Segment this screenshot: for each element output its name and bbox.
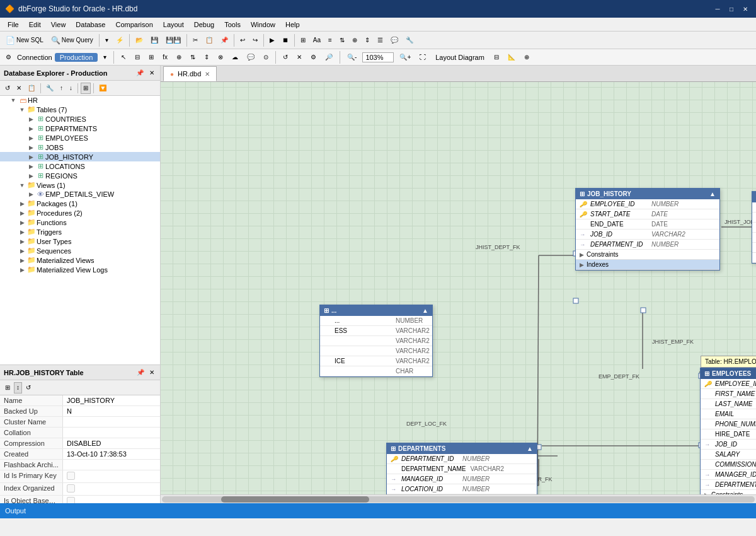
conn-misc5[interactable]: ☁ bbox=[229, 50, 241, 64]
tree-node-departments[interactable]: ▶ ⊞ DEPARTMENTS bbox=[0, 124, 160, 133]
field-location-id[interactable]: → LOCATION_ID NUMBER bbox=[387, 484, 537, 494]
menu-help[interactable]: Help bbox=[280, 20, 305, 30]
field-job-id[interactable]: 🔑 JOB_ID VARCHAR2 bbox=[752, 202, 756, 213]
field-row[interactable]: CHAR bbox=[320, 366, 432, 376]
conn-misc7[interactable]: 🔎 bbox=[322, 50, 336, 64]
tb-dropdown-1[interactable]: ▾ bbox=[102, 33, 112, 47]
field-phone-number[interactable]: PHONE_NUMBER VARCHAR2 bbox=[701, 419, 756, 429]
tree-node-jobs[interactable]: ▶ ⊞ JOBS bbox=[0, 143, 160, 152]
table-jobs[interactable]: ⊞ JOBS ▲ 🔑 JOB_ID VARCHAR2 JOB_TITLE VAR… bbox=[752, 191, 756, 264]
tree-node-mat-views[interactable]: ▶ 📁 Materialized Views bbox=[0, 255, 160, 265]
tree-node-tables[interactable]: ▼ 📁 Tables (7) bbox=[0, 105, 160, 114]
field-salary[interactable]: SALARY NUMBER bbox=[701, 450, 756, 460]
conn-dropdown[interactable]: ▾ bbox=[100, 50, 110, 64]
tree-node-user-types[interactable]: ▶ 📁 User Types bbox=[0, 236, 160, 246]
tree-node-triggers[interactable]: ▶ 📁 Triggers bbox=[0, 227, 160, 236]
departments-scroll[interactable]: ▲ bbox=[527, 445, 533, 452]
zoom-out-btn[interactable]: 🔍- bbox=[344, 50, 360, 64]
tb-misc2[interactable]: ⇅ bbox=[336, 33, 348, 47]
tab-close-btn[interactable]: ✕ bbox=[205, 71, 210, 78]
sort-desc-btn[interactable]: ↓ bbox=[67, 83, 75, 94]
scrollbar-thumb[interactable] bbox=[221, 496, 369, 503]
table-partial-header[interactable]: ⊞ ... ▲ bbox=[320, 305, 432, 316]
table-partial-scroll[interactable]: ▲ bbox=[422, 307, 428, 314]
props-row-created[interactable]: Created 13-Oct-10 17:38:53 bbox=[0, 449, 160, 460]
formula-btn[interactable]: fx bbox=[159, 50, 171, 64]
conn-x-btn[interactable]: ✕ bbox=[294, 50, 305, 64]
menu-window[interactable]: Window bbox=[246, 20, 280, 30]
field-emp-id[interactable]: 🔑 EMPLOYEE_ID BER bbox=[701, 379, 756, 389]
connection-name-badge[interactable]: Production bbox=[55, 53, 98, 62]
tree-node-job-history[interactable]: ▶ ⊞ JOB_HISTORY bbox=[0, 152, 160, 161]
zoom-input[interactable] bbox=[362, 52, 394, 62]
tb-icon-1[interactable]: ⚡ bbox=[113, 33, 127, 47]
tb-save-all-btn[interactable]: 💾💾 bbox=[163, 33, 184, 47]
tb-paste[interactable]: 📌 bbox=[217, 33, 231, 47]
grid-view-btn[interactable]: ⊟ bbox=[132, 50, 143, 64]
props-row-backed-up[interactable]: Backed Up N bbox=[0, 406, 160, 417]
copy-tree-btn[interactable]: 📋 bbox=[25, 83, 38, 94]
close-button[interactable]: ✕ bbox=[740, 3, 751, 15]
props-row-compression[interactable]: Compression DISABLED bbox=[0, 438, 160, 449]
conn-tool1[interactable]: ⊙ bbox=[260, 50, 272, 64]
props-row-object-based[interactable]: Is Object Based ... bbox=[0, 496, 160, 503]
tb-misc5[interactable]: ☰ bbox=[374, 33, 386, 47]
layout-btn2[interactable]: 📐 bbox=[505, 50, 518, 64]
tb-misc3[interactable]: ⊕ bbox=[349, 33, 360, 47]
field-end-date[interactable]: END_DATE DATE bbox=[576, 219, 719, 230]
employees-header[interactable]: ⊞ EMPLOYEES ▲ bbox=[701, 368, 756, 379]
tree-node-hr[interactable]: ▼ 🗃 HR bbox=[0, 96, 160, 105]
props-refresh-btn[interactable]: ↺ bbox=[23, 382, 33, 393]
field-hire-date[interactable]: HIRE_DATE DATE bbox=[701, 429, 756, 440]
field-row[interactable]: VARCHAR2 bbox=[320, 336, 432, 346]
tree-node-packages[interactable]: ▶ 📁 Packages (1) bbox=[0, 199, 160, 208]
minimize-button[interactable]: ─ bbox=[712, 3, 723, 15]
new-query-button[interactable]: 🔍 New Query bbox=[48, 33, 96, 47]
departments-header[interactable]: ⊞ DEPARTMENTS ▲ bbox=[387, 443, 537, 454]
field-first-name[interactable]: FIRST_NAME VARCHAR2 bbox=[701, 389, 756, 399]
job-history-header[interactable]: ⊞ JOB_HISTORY ▲ bbox=[576, 189, 719, 199]
field-department-id-emp[interactable]: → DEPARTMENT_ID NUMBER bbox=[701, 480, 756, 490]
table-employees[interactable]: ⊞ EMPLOYEES ▲ Table: HR.EMPLOYEES 🔑 EMPL… bbox=[700, 368, 756, 503]
tb-undo[interactable]: ↩ bbox=[237, 33, 248, 47]
props-pin-btn[interactable]: 📌 bbox=[135, 367, 146, 378]
field-job-title[interactable]: JOB_TITLE VARCHAR2 bbox=[752, 213, 756, 223]
tb-misc6[interactable]: 💬 bbox=[387, 33, 401, 47]
menu-tools[interactable]: Tools bbox=[219, 20, 246, 30]
conn-misc2[interactable]: ⇅ bbox=[187, 50, 198, 64]
table-job-history[interactable]: ⊞ JOB_HISTORY ▲ 🔑 EMPLOYEE_ID NUMBER 🔑 S… bbox=[575, 188, 720, 271]
tree-node-procedures[interactable]: ▶ 📁 Procedures (2) bbox=[0, 208, 160, 218]
field-last-name[interactable]: LAST_NAME VARCHAR2 bbox=[701, 399, 756, 409]
props-row-name[interactable]: Name JOB_HISTORY bbox=[0, 395, 160, 406]
conn-misc4[interactable]: ⊗ bbox=[215, 50, 226, 64]
menu-layout[interactable]: Layout bbox=[158, 20, 189, 30]
tree-filter-btn[interactable]: 🔽 bbox=[96, 83, 109, 94]
props-row-index-organized[interactable]: Index Organized bbox=[0, 483, 160, 496]
tb-open-btn[interactable]: 📂 bbox=[132, 33, 146, 47]
props-close-btn[interactable]: ✕ bbox=[147, 367, 156, 378]
field-min-salary[interactable]: MIN_SALARY NUMBER bbox=[752, 223, 756, 233]
tree-node-employees[interactable]: ▶ ⊞ EMPLOYEES bbox=[0, 133, 160, 143]
tree-node-functions[interactable]: ▶ 📁 Functions bbox=[0, 218, 160, 227]
tb-redo[interactable]: ↪ bbox=[249, 33, 261, 47]
props-row-collation[interactable]: Collation bbox=[0, 428, 160, 438]
explorer-pin-btn[interactable]: 📌 bbox=[134, 67, 146, 79]
new-sql-button[interactable]: 📄 New SQL bbox=[3, 33, 47, 47]
layout-btn3[interactable]: ⊕ bbox=[521, 50, 532, 64]
props-sort-btn[interactable]: ↕ bbox=[14, 382, 22, 393]
menu-file[interactable]: File bbox=[3, 20, 24, 30]
table-view-btn[interactable]: ⊞ bbox=[146, 50, 157, 64]
explorer-close-btn[interactable]: ✕ bbox=[147, 67, 156, 79]
tb-misc1[interactable]: ≡ bbox=[325, 33, 335, 47]
job-history-constraints-section[interactable]: ▶ Constraints bbox=[576, 250, 719, 260]
table-locations-partial[interactable]: ⊞ ... ▲ ... NUMBER ESS VARCHAR2 bbox=[319, 305, 433, 377]
menu-edit[interactable]: Edit bbox=[24, 20, 46, 30]
conn-misc3[interactable]: ⇕ bbox=[201, 50, 212, 64]
jobs-indexes-section[interactable]: ▶ Indexes bbox=[752, 253, 756, 263]
tree-node-sequences[interactable]: ▶ 📁 Sequences bbox=[0, 246, 160, 255]
props-row-cluster-name[interactable]: Cluster Name bbox=[0, 417, 160, 428]
menu-comparison[interactable]: Comparison bbox=[110, 20, 158, 30]
tab-hr-dbd[interactable]: ● HR.dbd ✕ bbox=[163, 66, 217, 81]
tb-copy[interactable]: 📋 bbox=[202, 33, 216, 47]
tb-cut[interactable]: ✂ bbox=[190, 33, 201, 47]
